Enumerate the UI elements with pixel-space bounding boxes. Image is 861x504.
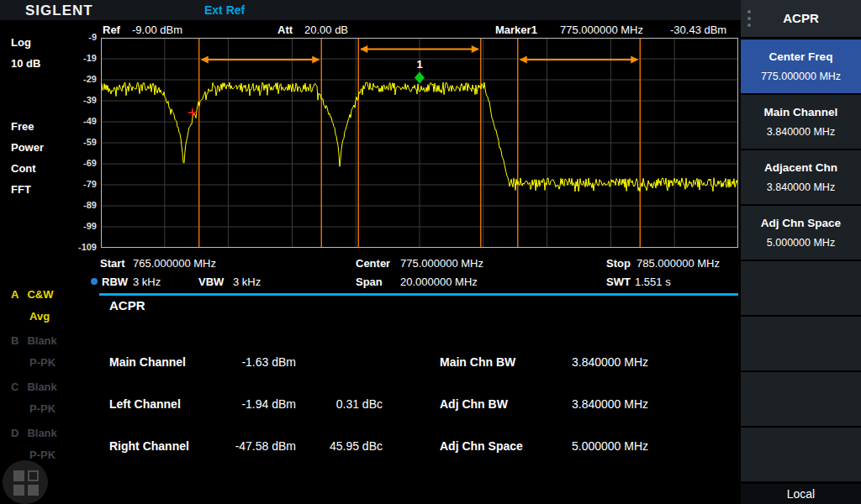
result-label2: Adj Chn Space [440, 439, 523, 453]
y-tick-label: -39 [67, 95, 97, 105]
marker-amplitude: -30.43 dBm [670, 24, 726, 36]
y-tick-label: -29 [67, 74, 97, 84]
softkey-empty[interactable] [741, 261, 861, 315]
results-title: ACPR [109, 298, 145, 312]
result-row-left: Left Channel -1.94 dBm 0.31 dBc Adj Chn … [0, 397, 741, 412]
marker-frequency: 775.000000 MHz [560, 24, 643, 36]
widgets-menu-button[interactable] [3, 460, 48, 504]
result-label2: Adj Chn BW [440, 397, 508, 411]
softkey-adjacent-chn[interactable]: Adjacent Chn 3.840000 MHz [741, 150, 861, 204]
spectrum-trace-svg: 1 [101, 38, 738, 248]
marker-label: Marker1 [495, 24, 537, 36]
softkey-empty[interactable] [741, 317, 861, 370]
rbw-value[interactable]: 3 kHz [133, 276, 161, 288]
softkey-menu: ACPR Center Freq 775.000000 MHz Main Cha… [741, 0, 861, 504]
grid-square-icon [13, 485, 24, 496]
result-ratio: 0.31 dBc [294, 397, 383, 411]
trigger-label: Free [11, 120, 34, 133]
result-label: Main Channel [109, 355, 186, 369]
result-label: Left Channel [109, 397, 181, 411]
center-value[interactable]: 775.000000 MHz [400, 257, 483, 270]
fft-label: FFT [11, 183, 31, 196]
menu-header: ACPR [741, 0, 861, 37]
y-axis-labels: -9-19-29-39-49-59-69-79-89-99-109 [67, 38, 98, 248]
start-label: Start [100, 257, 125, 270]
spectrum-plot[interactable]: 1 [101, 38, 738, 248]
y-tick-label: -79 [67, 179, 97, 189]
result-label: Right Channel [109, 439, 189, 453]
y-tick-label: -89 [67, 200, 97, 210]
result-power: -47.58 dBm [200, 439, 296, 453]
swt-label: SWT [606, 276, 631, 288]
softkey-adj-chn-space[interactable]: Adj Chn Space 5.000000 MHz [741, 206, 861, 260]
y-tick-label: -69 [67, 158, 97, 168]
span-label: Span [356, 276, 383, 288]
softkey-empty[interactable] [741, 372, 861, 426]
result-row-main: Main Channel -1.63 dBm Main Chn BW 3.840… [0, 355, 741, 370]
rbw-label: RBW [102, 276, 128, 288]
softkey-empty[interactable] [741, 428, 861, 481]
span-value[interactable]: 20.000000 MHz [400, 276, 478, 288]
section-divider [99, 293, 738, 296]
top-status-bar: SIGLENT Ext Ref [0, 0, 741, 20]
result-value2: 3.840000 MHz [572, 397, 648, 411]
result-label2: Main Chn BW [440, 355, 515, 369]
att-value[interactable]: 20.00 dB [304, 24, 348, 36]
analyzer-screen: SIGLENT Ext Ref Ref -9.00 dBm Att 20.00 … [0, 0, 861, 504]
svg-text:1: 1 [416, 58, 422, 71]
y-tick-label: -19 [67, 53, 97, 63]
swt-value[interactable]: 1.551 s [635, 276, 671, 288]
vbw-label: VBW [198, 276, 224, 288]
y-tick-label: -99 [67, 221, 97, 231]
ref-value[interactable]: -9.00 dBm [132, 24, 182, 36]
ext-ref-status: Ext Ref [204, 3, 245, 17]
scale-div-label: 10 dB [11, 57, 40, 70]
result-value2: 5.000000 MHz [572, 439, 648, 453]
siglent-logo: SIGLENT [25, 3, 93, 19]
coupled-indicator-dot [91, 278, 98, 285]
local-button[interactable]: Local [741, 484, 861, 504]
scale-type-label: Log [11, 36, 31, 49]
result-row-right: Right Channel -47.58 dBm 45.95 dBc Adj C… [0, 439, 741, 454]
grid-square-icon [28, 485, 39, 496]
grid-square-icon [13, 470, 24, 481]
trace-a-status: AC&W Avg [11, 284, 91, 328]
result-power: -1.94 dBm [200, 397, 296, 411]
y-tick-label: -109 [67, 242, 97, 252]
result-power: -1.63 dBm [200, 355, 296, 369]
detector-label: Power [11, 141, 44, 154]
center-label: Center [356, 257, 390, 270]
ref-label: Ref [103, 24, 120, 36]
vbw-value[interactable]: 3 kHz [233, 276, 261, 288]
menu-title: ACPR [741, 11, 861, 25]
start-value[interactable]: 765.000000 MHz [133, 257, 216, 270]
sweep-mode-label: Cont [11, 162, 36, 175]
att-label: Att [277, 24, 293, 36]
y-tick-label: -9 [67, 32, 97, 42]
stop-value[interactable]: 785.000000 MHz [637, 257, 720, 270]
stop-label: Stop [606, 257, 631, 270]
softkey-center-freq[interactable]: Center Freq 775.000000 MHz [741, 39, 861, 93]
y-tick-label: -59 [67, 137, 97, 147]
softkey-main-channel[interactable]: Main Channel 3.840000 MHz [741, 95, 861, 149]
y-tick-label: -49 [67, 116, 97, 126]
result-ratio: 45.95 dBc [294, 439, 383, 453]
result-value2: 3.840000 MHz [572, 355, 648, 369]
grid-square-outline-icon [28, 470, 39, 481]
